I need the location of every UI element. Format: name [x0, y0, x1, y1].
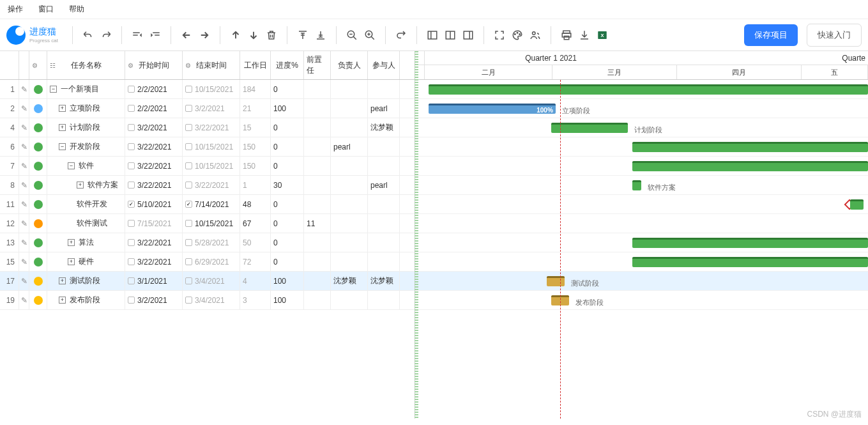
- edit-icon[interactable]: ✎: [19, 195, 29, 213]
- task-row[interactable]: 4 ✎ +计划阶段 3/2/2021 3/22/2021 15 0 沈梦颖: [0, 118, 415, 137]
- pre-cell[interactable]: [304, 99, 331, 118]
- gantt-bar[interactable]: [632, 161, 868, 171]
- align-top-icon[interactable]: [295, 27, 310, 43]
- start-date-cell[interactable]: 3/22/2021: [125, 157, 183, 175]
- task-name-cell[interactable]: 软件开发: [47, 195, 125, 213]
- print-icon[interactable]: [559, 27, 574, 43]
- progress-cell[interactable]: 0: [271, 214, 304, 233]
- task-row[interactable]: 15 ✎ +硬件 3/22/2021 6/29/2021 72 0: [0, 252, 415, 272]
- arrow-left-icon[interactable]: [179, 27, 194, 43]
- logo[interactable]: 进度猫 Progress cat: [6, 26, 58, 45]
- end-date-cell[interactable]: 3/22/2021: [183, 176, 240, 194]
- end-checkbox[interactable]: [185, 239, 192, 246]
- pre-cell[interactable]: [304, 195, 331, 213]
- menu-action[interactable]: 操作: [5, 3, 26, 16]
- end-checkbox[interactable]: [185, 86, 192, 93]
- owner-cell[interactable]: [331, 252, 368, 271]
- align-bottom-icon[interactable]: [313, 27, 328, 43]
- end-date-cell[interactable]: 10/15/2021: [183, 80, 240, 98]
- pre-cell[interactable]: [304, 233, 331, 252]
- status-dot[interactable]: [29, 214, 47, 233]
- task-name-cell[interactable]: +软件方案: [47, 176, 125, 194]
- task-name-cell[interactable]: +硬件: [47, 252, 125, 271]
- progress-cell[interactable]: 100: [271, 272, 304, 290]
- task-name-cell[interactable]: +立项阶段: [47, 99, 125, 118]
- end-checkbox[interactable]: [185, 143, 192, 150]
- work-cell[interactable]: 67: [240, 214, 271, 233]
- participant-cell[interactable]: pearl: [368, 99, 400, 118]
- pre-cell[interactable]: [304, 157, 331, 175]
- owner-cell[interactable]: [331, 80, 368, 98]
- participant-cell[interactable]: [368, 137, 400, 156]
- status-dot[interactable]: [29, 233, 47, 252]
- end-checkbox[interactable]: [185, 182, 192, 189]
- gantt-bar[interactable]: [632, 257, 868, 267]
- col-progress[interactable]: 进度%: [271, 51, 304, 79]
- start-date-cell[interactable]: 3/22/2021: [125, 233, 183, 252]
- task-row[interactable]: 6 ✎ −开发阶段 3/22/2021 10/15/2021 150 0 pea…: [0, 137, 415, 157]
- layout3-icon[interactable]: [461, 27, 476, 43]
- gantt-bar[interactable]: 测试阶段: [547, 276, 565, 286]
- pre-cell[interactable]: [304, 118, 331, 137]
- gantt-bar[interactable]: [850, 199, 864, 210]
- work-cell[interactable]: 48: [240, 195, 271, 213]
- task-name-cell[interactable]: +算法: [47, 233, 125, 252]
- gantt-bar[interactable]: [632, 142, 868, 152]
- start-checkbox[interactable]: [128, 258, 135, 265]
- start-checkbox[interactable]: [128, 220, 135, 227]
- task-row[interactable]: 12 ✎ 软件测试 7/15/2021 10/15/2021 67 0 11: [0, 214, 415, 233]
- owner-cell[interactable]: [331, 214, 368, 233]
- end-date-cell[interactable]: 3/4/2021: [183, 291, 240, 309]
- progress-cell[interactable]: 0: [271, 137, 304, 156]
- edit-icon[interactable]: ✎: [19, 99, 29, 118]
- task-row[interactable]: 17 ✎ +测试阶段 3/1/2021 3/4/2021 4 100 沈梦颖 沈…: [0, 272, 415, 291]
- task-row[interactable]: 1 ✎ −一个新项目 2/2/2021 10/15/2021 184 0: [0, 80, 415, 99]
- task-row[interactable]: 2 ✎ +立项阶段 2/2/2021 3/2/2021 21 100 pearl: [0, 99, 415, 118]
- redo2-icon[interactable]: [393, 27, 409, 43]
- status-dot[interactable]: [29, 195, 47, 213]
- gantt-bar[interactable]: 软件方案: [632, 180, 641, 190]
- owner-cell[interactable]: [331, 176, 368, 194]
- gantt-row[interactable]: [415, 195, 868, 214]
- participant-cell[interactable]: pearl: [368, 176, 400, 194]
- pre-cell[interactable]: 11: [304, 214, 331, 233]
- end-date-cell[interactable]: 10/15/2021: [183, 137, 240, 156]
- status-dot[interactable]: [29, 137, 47, 156]
- pre-cell[interactable]: [304, 291, 331, 309]
- toggle-icon[interactable]: +: [59, 124, 66, 131]
- toggle-icon[interactable]: +: [68, 258, 75, 265]
- quick-start-button[interactable]: 快速入门: [807, 24, 862, 47]
- gantt-row[interactable]: [415, 252, 868, 272]
- work-cell[interactable]: 150: [240, 137, 271, 156]
- participant-cell[interactable]: [368, 80, 400, 98]
- col-part[interactable]: 参与人: [368, 51, 400, 79]
- zoom-out-icon[interactable]: [344, 27, 360, 43]
- owner-cell[interactable]: [331, 195, 368, 213]
- fullscreen-icon[interactable]: [492, 27, 507, 43]
- col-owner[interactable]: 负责人: [331, 51, 368, 79]
- start-date-cell[interactable]: 7/15/2021: [125, 214, 183, 233]
- end-checkbox[interactable]: [185, 124, 192, 131]
- status-dot[interactable]: [29, 118, 47, 137]
- status-dot[interactable]: [29, 80, 47, 98]
- indent-icon[interactable]: [148, 27, 163, 43]
- start-checkbox[interactable]: [128, 239, 135, 246]
- work-cell[interactable]: 15: [240, 118, 271, 137]
- work-cell[interactable]: 150: [240, 157, 271, 175]
- gantt-row[interactable]: 100%立项阶段: [415, 99, 868, 118]
- pre-cell[interactable]: [304, 272, 331, 290]
- start-checkbox[interactable]: [128, 86, 135, 93]
- gantt-row[interactable]: 发布阶段: [415, 291, 868, 310]
- start-date-cell[interactable]: 2/2/2021: [125, 99, 183, 118]
- participant-cell[interactable]: 沈梦颖: [368, 118, 400, 137]
- excel-icon[interactable]: X: [595, 27, 610, 43]
- start-checkbox[interactable]: [128, 143, 135, 150]
- progress-cell[interactable]: 30: [271, 176, 304, 194]
- download-icon[interactable]: [577, 27, 592, 43]
- task-row[interactable]: 8 ✎ +软件方案 3/22/2021 3/22/2021 1 30 pearl: [0, 176, 415, 195]
- task-row[interactable]: 19 ✎ +发布阶段 3/2/2021 3/4/2021 3 100: [0, 291, 415, 310]
- work-cell[interactable]: 72: [240, 252, 271, 271]
- pre-cell[interactable]: [304, 80, 331, 98]
- work-cell[interactable]: 1: [240, 176, 271, 194]
- gantt-bar[interactable]: 100%立项阶段: [429, 104, 556, 114]
